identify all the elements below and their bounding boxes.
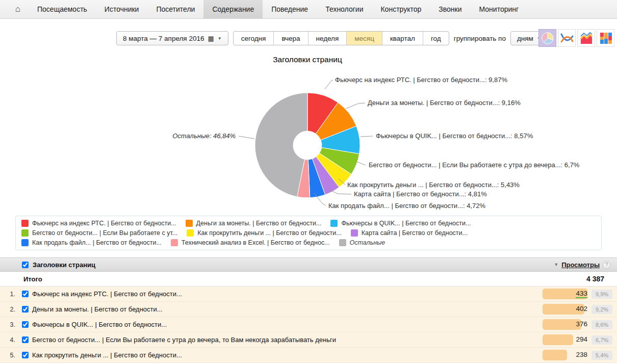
help-icon[interactable]: ?: [603, 261, 610, 269]
views-value: 433: [576, 290, 587, 298]
pie-callout-label: Деньги за монеты. | Бегство от бедности.…: [368, 99, 521, 107]
legend-item[interactable]: Бегство от бедности... | Если Вы работае…: [21, 229, 177, 237]
row-number: 4.: [0, 336, 15, 344]
row-checkbox[interactable]: [22, 291, 29, 297]
legend-label: Фьючерсы в QUIK... | Бегство от бедности…: [341, 220, 471, 227]
legend-swatch: [351, 229, 358, 237]
total-label: Итого: [23, 275, 42, 283]
pie-callout-label: Карта сайта | Бегство от бедности...: 4,…: [354, 190, 487, 198]
legend-swatch: [186, 220, 193, 227]
percent-badge: 6,7%: [592, 335, 612, 345]
percent-badge: 9,9%: [592, 290, 612, 299]
legend-item[interactable]: Остальные: [339, 239, 385, 246]
legend-item[interactable]: Как продать файл... | Бегство от бедност…: [21, 239, 162, 246]
legend-item[interactable]: Технический анализ в Excel. | Бегство от…: [171, 239, 330, 246]
row-title[interactable]: Деньги за монеты. | Бегство от бедности.…: [32, 305, 543, 313]
views-sort-link[interactable]: Просмотры: [561, 261, 600, 269]
callout-leader-line: [346, 103, 365, 109]
percent-badge: 5,4%: [592, 351, 612, 360]
table-row: 1.Фьючерс на индекс РТС. | Бегство от бе…: [0, 287, 617, 302]
row-number: 5.: [0, 352, 15, 359]
legend-swatch: [21, 239, 29, 246]
percent-badge: 8,6%: [592, 320, 612, 329]
legend-item[interactable]: Деньги за монеты. | Бегство от бедности.…: [186, 220, 322, 227]
row-number: 3.: [0, 321, 15, 328]
pie-slice[interactable]: [255, 93, 307, 197]
row-number: 1.: [0, 291, 15, 298]
pie-callout-label: Как продать файл... | Бегство от бедност…: [328, 202, 485, 210]
legend-label: Фьючерс на индекс РТС. | Бегство от бедн…: [32, 220, 176, 227]
row-title[interactable]: Как прокрутить деньги ... | Бегство от б…: [32, 351, 543, 359]
callout-leader-line: [239, 136, 254, 139]
table-row: 2.Деньги за монеты. | Бегство от бедност…: [0, 302, 617, 317]
legend-swatch: [187, 229, 194, 237]
legend-item[interactable]: Как прокрутить деньги ... | Бегство от б…: [187, 229, 342, 237]
table-row: 4.Бегство от бедности... | Если Вы работ…: [0, 332, 617, 348]
pie-callout-label: Остальные: 46,84%: [172, 132, 236, 140]
row-checkbox[interactable]: [22, 306, 29, 313]
views-value: 294: [576, 335, 587, 343]
pie-callout-label: Фьючерсы в QUIK... | Бегство от бедности…: [376, 132, 533, 140]
legend-swatch: [21, 220, 29, 227]
total-value: 4 387: [586, 275, 617, 283]
sort-desc-icon: ▼: [554, 262, 558, 267]
views-bar: [543, 350, 567, 360]
legend-label: Как продать файл... | Бегство от бедност…: [32, 239, 162, 246]
callout-leader-line: [356, 162, 366, 165]
views-bar-cell: 294: [543, 334, 588, 345]
legend-label: Бегство от бедности... | Если Вы работае…: [32, 229, 177, 237]
views-bar: [543, 334, 573, 345]
row-title[interactable]: Бегство от бедности... | Если Вы работае…: [32, 336, 543, 344]
app-root: ⌂ ПосещаемостьИсточникиПосетителиСодержа…: [0, 0, 617, 364]
callout-leader-line: [361, 136, 373, 137]
select-all-checkbox[interactable]: [22, 262, 29, 268]
views-bar-cell: 376: [543, 319, 588, 330]
table-rows: 1.Фьючерс на индекс РТС. | Бегство от бе…: [0, 287, 617, 363]
row-checkbox[interactable]: [22, 352, 29, 358]
views-value: 238: [576, 351, 587, 358]
legend-item[interactable]: Фьючерсы в QUIK... | Бегство от бедности…: [330, 220, 471, 227]
table-title: Заголовки страниц: [33, 261, 95, 269]
pie-callout-label: Как прокрутить деньги ... | Бегство от б…: [347, 181, 520, 189]
views-value: 376: [576, 320, 587, 328]
legend-item[interactable]: Карта сайта | Бегство от бедности...: [351, 229, 468, 237]
legend-item[interactable]: Фьючерс на индекс РТС. | Бегство от бедн…: [21, 220, 176, 227]
views-bar-cell: 238: [543, 350, 588, 360]
pie-callout-label: Фьючерс на индекс РТС. | Бегство от бедн…: [335, 76, 507, 84]
legend-swatch: [330, 220, 338, 227]
callout-leader-line: [325, 80, 333, 89]
row-title[interactable]: Фьючерсы в QUIK... | Бегство от бедности…: [32, 321, 543, 328]
row-checkbox[interactable]: [22, 321, 29, 328]
legend-label: Карта сайта | Бегство от бедности...: [362, 229, 468, 237]
total-row: Итого 4 387: [0, 272, 617, 287]
row-number: 2.: [0, 306, 15, 313]
views-column-header: ▼ Просмотры ?: [554, 261, 617, 269]
legend-swatch: [21, 229, 29, 237]
row-checkbox[interactable]: [22, 336, 29, 343]
pie-chart: Фьючерс на индекс РТС. | Бегство от бедн…: [0, 0, 617, 216]
legend-label: Как прокрутить деньги ... | Бегство от б…: [197, 229, 342, 237]
legend-label: Технический анализ в Excel. | Бегство от…: [182, 239, 330, 246]
table-row: 5.Как прокрутить деньги ... | Бегство от…: [0, 348, 617, 363]
views-bar-cell: 402: [543, 304, 588, 315]
row-title[interactable]: Фьючерс на индекс РТС. | Бегство от бедн…: [32, 290, 543, 298]
views-bar-cell: 433: [543, 289, 588, 299]
table-header: Заголовки страниц ▼ Просмотры ?: [0, 257, 617, 272]
legend-swatch: [339, 239, 346, 246]
chart-legend: Фьючерс на индекс РТС. | Бегство от бедн…: [15, 216, 602, 250]
views-value: 402: [576, 305, 587, 313]
table-row: 3.Фьючерсы в QUIK... | Бегство от беднос…: [0, 317, 617, 332]
percent-badge: 9,2%: [592, 305, 612, 314]
legend-label: Остальные: [350, 239, 385, 246]
legend-label: Деньги за монеты. | Бегство от бедности.…: [196, 220, 322, 227]
legend-swatch: [171, 239, 178, 246]
report-table: Заголовки страниц ▼ Просмотры ? Итого 4 …: [0, 257, 617, 363]
pie-callout-label: Бегство от бедности... | Если Вы работае…: [369, 161, 580, 169]
